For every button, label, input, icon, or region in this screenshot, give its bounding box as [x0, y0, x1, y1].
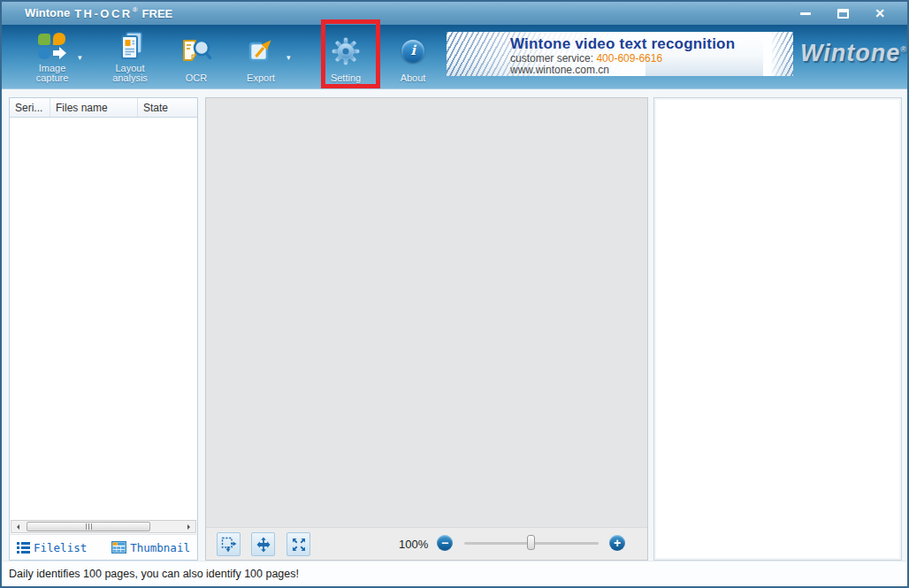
tab-thumbnail-label: Thumbnail [130, 541, 190, 554]
registered-mark: ® [133, 6, 138, 14]
file-list-header: Seri... Files name State [10, 98, 197, 118]
zoom-slider-thumb[interactable] [527, 535, 535, 550]
layout-analysis-label-2: analysis [112, 73, 148, 83]
filelist-icon [17, 542, 30, 554]
main-toolbar: Image capture ▾ Layou [2, 25, 907, 89]
close-button[interactable]: ✕ [868, 6, 891, 20]
wintone-logo-reg: ® [900, 45, 907, 54]
export-label: Export [247, 73, 275, 83]
right-triangle-icon [187, 524, 193, 530]
window-controls: ✕ [794, 6, 900, 20]
column-serial[interactable]: Seri... [10, 98, 50, 117]
image-capture-label-2: capture [36, 73, 69, 83]
promo-banner[interactable]: Wintone video text recognition customer … [447, 32, 793, 76]
file-list-panel: Seri... Files name State [9, 97, 198, 561]
column-files-name[interactable]: Files name [50, 98, 138, 117]
layout-analysis-button[interactable]: Layout analysis [103, 28, 157, 85]
fit-window-button[interactable] [286, 532, 310, 556]
title-brand: Wintone [25, 7, 70, 20]
recognition-result-panel[interactable] [653, 97, 902, 561]
zoom-in-button[interactable]: + [609, 535, 625, 551]
image-viewer-panel: 100% − + [205, 97, 648, 561]
status-message: Daily identifies 100 pages, you can also… [9, 568, 299, 580]
main-area: Seri... Files name State [2, 89, 907, 561]
left-triangle-icon [14, 524, 19, 530]
banner-text: Wintone video text recognition customer … [510, 35, 735, 76]
select-region-icon [221, 537, 237, 553]
thumb-grip [91, 523, 92, 530]
export-dropdown-icon[interactable]: ▾ [286, 53, 291, 62]
pan-move-icon [256, 537, 271, 553]
scroll-right-arrow[interactable] [183, 521, 195, 532]
banner-stripes-fade-right [763, 32, 793, 76]
wintone-logo-text: Wintone [800, 40, 900, 66]
minimize-icon [800, 12, 811, 15]
banner-service-label: customer service: [510, 52, 593, 65]
export-button[interactable]: Export [235, 28, 286, 85]
wintone-logo: Wintone® [800, 40, 907, 67]
ocr-label: OCR [186, 73, 207, 83]
column-state[interactable]: State [138, 98, 197, 117]
zoom-out-button[interactable]: − [437, 535, 453, 551]
image-capture-button[interactable]: Image capture [25, 28, 80, 85]
app-window: WintoneTH-OCR®FREE ✕ Image capture ▾ [0, 0, 909, 588]
image-canvas[interactable] [206, 98, 647, 527]
select-region-button[interactable] [217, 532, 241, 556]
title-product: TH-OCR [74, 7, 133, 20]
horizontal-scrollbar[interactable] [11, 520, 196, 533]
setting-button[interactable]: Setting [322, 28, 370, 85]
tab-filelist[interactable]: Filelist [17, 541, 87, 554]
title-edition: FREE [142, 7, 173, 20]
about-label: About [401, 73, 426, 83]
banner-phone: 400-609-6616 [596, 52, 662, 65]
export-icon [246, 28, 276, 73]
banner-title: Wintone video text recognition [510, 35, 735, 53]
zoom-level-label: 100% [399, 538, 428, 551]
info-circle-icon: i [401, 40, 424, 63]
image-capture-icon [36, 28, 68, 64]
maximize-button[interactable] [831, 6, 854, 20]
status-bar: Daily identifies 100 pages, you can also… [2, 561, 907, 586]
setting-label: Setting [331, 73, 361, 83]
banner-website: www.wintone.com.cn [510, 65, 735, 76]
scroll-left-arrow[interactable] [11, 521, 24, 532]
ocr-icon [180, 28, 212, 73]
close-icon: ✕ [875, 7, 885, 19]
tab-filelist-label: Filelist [34, 541, 87, 554]
setting-gear-icon [332, 28, 360, 73]
pan-button[interactable] [251, 532, 275, 556]
thumb-grip [86, 523, 87, 530]
fit-window-icon [291, 537, 307, 553]
scrollbar-thumb[interactable] [27, 522, 150, 531]
file-list-area[interactable] [10, 118, 197, 520]
about-info-icon: i [401, 28, 424, 73]
minimize-button[interactable] [794, 6, 817, 20]
window-title: WintoneTH-OCR®FREE [25, 6, 172, 19]
about-button[interactable]: i About [391, 28, 435, 85]
layout-analysis-icon [115, 28, 145, 64]
title-bar: WintoneTH-OCR®FREE ✕ [2, 2, 907, 25]
viewer-toolbar: 100% − + [206, 527, 647, 560]
ocr-button[interactable]: OCR [173, 28, 219, 85]
view-tab-bar: Filelist Thumbnail [10, 534, 197, 560]
maximize-icon [837, 9, 849, 19]
tab-thumbnail[interactable]: Thumbnail [111, 541, 190, 554]
image-capture-dropdown-icon[interactable]: ▾ [78, 53, 82, 62]
thumbnail-icon [111, 541, 126, 554]
thumb-grip [88, 523, 89, 530]
